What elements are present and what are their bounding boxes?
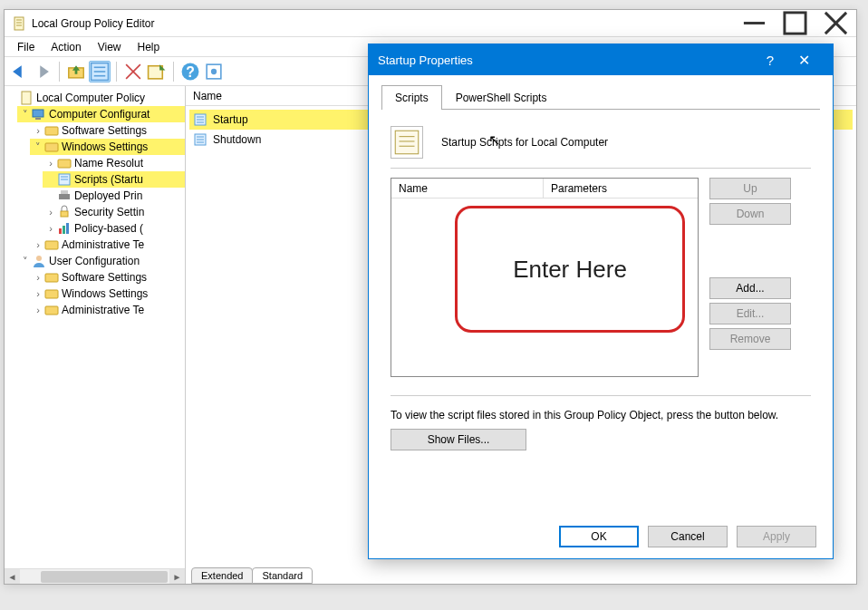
tree-name-resolution[interactable]: ›Name Resolut	[43, 155, 185, 171]
svg-rect-29	[59, 194, 70, 199]
tree-user-configuration[interactable]: ˅User Configuration	[17, 253, 185, 269]
tree-label: Windows Settings	[62, 139, 148, 155]
computer-icon	[32, 107, 46, 121]
tree-deployed-printers[interactable]: Deployed Prin	[43, 188, 185, 204]
tab-powershell-scripts[interactable]: PowerShell Scripts	[442, 85, 561, 110]
tree-label: Windows Settings	[62, 286, 148, 302]
tree-software-settings-user[interactable]: ›Software Settings	[30, 269, 185, 286]
tree-root-label: Local Computer Policy	[36, 90, 145, 106]
column-name[interactable]: Name	[391, 179, 544, 198]
tree-label: Administrative Te	[62, 237, 144, 253]
svg-rect-35	[45, 241, 58, 249]
svg-point-36	[36, 256, 42, 261]
dialog-titlebar: Startup Properties ? ✕	[369, 44, 833, 75]
down-button[interactable]: Down	[709, 203, 791, 225]
menu-help[interactable]: Help	[130, 39, 168, 55]
tree-label: Software Settings	[62, 122, 147, 139]
show-files-button[interactable]: Show Files...	[391, 429, 526, 450]
up-button[interactable]: Up	[709, 178, 791, 199]
close-icon[interactable]: ✕	[784, 52, 824, 69]
menu-view[interactable]: View	[91, 39, 129, 55]
close-button[interactable]	[815, 10, 856, 36]
chart-icon	[57, 221, 72, 236]
svg-rect-5	[785, 13, 805, 34]
tree-label: User Configuration	[49, 253, 140, 269]
tree-admin-templates[interactable]: ›Administrative Te	[30, 237, 185, 253]
up-folder-button[interactable]	[65, 61, 87, 82]
app-icon	[12, 16, 26, 31]
folder-icon	[44, 286, 59, 301]
window-title: Local Group Policy Editor	[32, 17, 734, 30]
list-item-label: Startup	[213, 113, 248, 126]
back-button[interactable]	[8, 61, 30, 82]
tab-standard[interactable]: Standard	[252, 567, 313, 584]
script-icon	[193, 112, 207, 127]
add-button[interactable]: Add...	[709, 277, 791, 299]
dialog-subtitle: Startup Scripts for Local Computer	[441, 136, 608, 149]
tree-computer-configuration[interactable]: ˅ Computer Configurat	[17, 106, 185, 122]
svg-rect-48	[395, 131, 419, 154]
svg-rect-22	[35, 118, 41, 120]
folder-icon	[44, 140, 59, 154]
tree-label: Software Settings	[62, 269, 147, 286]
svg-text:?: ?	[186, 64, 195, 80]
tree-label: Scripts (Startu	[74, 171, 143, 188]
svg-rect-20	[22, 92, 31, 104]
svg-rect-31	[61, 211, 68, 217]
tree-windows-settings-user[interactable]: ›Windows Settings	[30, 286, 185, 302]
svg-rect-34	[66, 223, 69, 234]
tree-label: Security Settin	[74, 204, 144, 220]
maximize-button[interactable]	[775, 10, 815, 36]
policy-icon	[19, 91, 34, 105]
startup-properties-dialog: Startup Properties ? ✕ Scripts PowerShel…	[368, 44, 834, 559]
tree-security-settings[interactable]: ›Security Settin	[43, 204, 185, 220]
dialog-tabs: Scripts PowerShell Scripts	[381, 84, 820, 110]
tab-extended[interactable]: Extended	[191, 567, 253, 584]
delete-button[interactable]	[122, 61, 144, 82]
tree-scripts[interactable]: Scripts (Startu	[43, 171, 185, 188]
svg-rect-23	[45, 127, 58, 135]
export-button[interactable]	[146, 61, 168, 82]
help-button[interactable]: ?	[179, 61, 201, 82]
annotation-box: Enter Here	[455, 206, 685, 333]
tree-software-settings[interactable]: ›Software Settings	[30, 122, 185, 139]
svg-rect-37	[45, 274, 58, 282]
tree-label: Computer Configurat	[49, 106, 149, 122]
printer-icon	[57, 189, 72, 203]
tree-policy-qos[interactable]: ›Policy-based (	[43, 220, 185, 237]
tab-scripts[interactable]: Scripts	[381, 85, 442, 110]
remove-button[interactable]: Remove	[709, 328, 791, 350]
scroll-right-icon[interactable]: ►	[169, 569, 185, 584]
svg-rect-32	[59, 228, 62, 234]
svg-point-19	[211, 68, 217, 73]
tree-admin-templates-user[interactable]: ›Administrative Te	[30, 302, 185, 318]
scroll-thumb[interactable]	[41, 571, 168, 583]
cancel-button[interactable]: Cancel	[648, 526, 728, 547]
minimize-button[interactable]	[734, 10, 775, 36]
folder-icon	[44, 303, 59, 317]
ok-button[interactable]: OK	[559, 526, 639, 547]
tree-scrollbar[interactable]: ◄ ►	[5, 568, 185, 584]
properties-button[interactable]	[89, 61, 111, 82]
forward-button[interactable]	[32, 61, 53, 82]
folder-icon	[44, 237, 59, 252]
svg-rect-30	[61, 190, 68, 194]
scroll-left-icon[interactable]: ◄	[5, 569, 20, 584]
annotation-label: Enter Here	[513, 256, 627, 284]
menu-file[interactable]: File	[10, 39, 42, 55]
script-large-icon	[391, 126, 423, 159]
menu-action[interactable]: Action	[43, 39, 88, 55]
titlebar: Local Group Policy Editor	[5, 10, 856, 37]
scripts-list[interactable]: Name Parameters Enter Here	[391, 178, 699, 377]
tree-windows-settings[interactable]: ˅Windows Settings	[30, 139, 185, 155]
filter-button[interactable]	[203, 61, 225, 82]
svg-rect-0	[14, 17, 24, 30]
help-icon[interactable]: ?	[757, 53, 784, 68]
edit-button[interactable]: Edit...	[709, 303, 791, 324]
svg-rect-33	[63, 226, 65, 234]
tree-root[interactable]: Local Computer Policy	[5, 90, 185, 106]
column-parameters[interactable]: Parameters	[544, 179, 698, 198]
dialog-title: Startup Properties	[378, 53, 757, 67]
apply-button[interactable]: Apply	[737, 526, 816, 547]
scripts-icon	[57, 172, 72, 187]
